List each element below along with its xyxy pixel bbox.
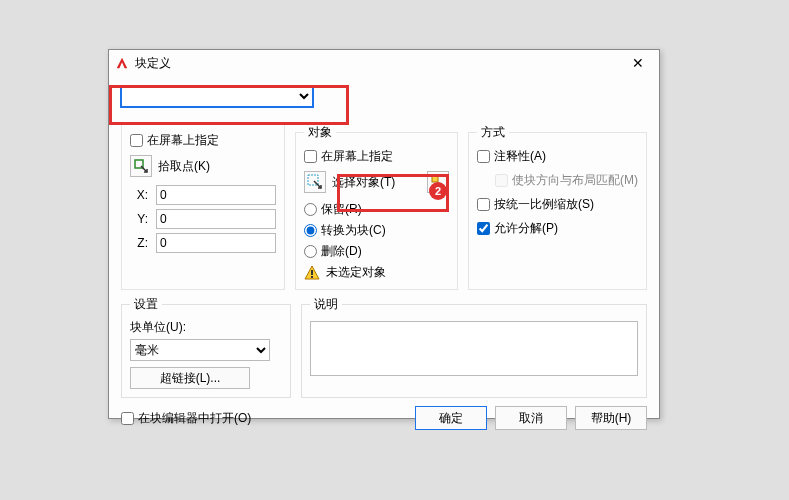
delete-label: 删除(D) (321, 243, 362, 260)
select-objects-icon (307, 174, 323, 190)
pick-point-icon (133, 158, 149, 174)
objects-group: 对象 在屏幕上指定 选择对象(T) 保留(R (295, 124, 458, 290)
scale-uniform-checkbox[interactable] (477, 198, 490, 211)
y-label: Y: (130, 212, 148, 226)
annotation-badge-2: 2 (429, 182, 447, 200)
x-label: X: (130, 188, 148, 202)
delete-radio[interactable] (304, 245, 317, 258)
pick-point-button[interactable] (130, 155, 152, 177)
allow-explode-label: 允许分解(P) (494, 220, 558, 237)
open-in-editor-label: 在块编辑器中打开(O) (138, 410, 251, 427)
basepoint-onscreen-checkbox[interactable] (130, 134, 143, 147)
objects-onscreen-checkbox[interactable] (304, 150, 317, 163)
objects-onscreen-label: 在屏幕上指定 (321, 148, 393, 165)
block-definition-dialog: 2 块定义 ✕ 在屏幕上指定 拾取点(K) (108, 49, 660, 419)
close-button[interactable]: ✕ (623, 52, 653, 74)
convert-radio[interactable] (304, 224, 317, 237)
pick-point-label: 拾取点(K) (158, 158, 210, 175)
scale-uniform-label: 按统一比例缩放(S) (494, 196, 594, 213)
cancel-button[interactable]: 取消 (495, 406, 567, 430)
none-selected-label: 未选定对象 (326, 264, 386, 281)
allow-explode-checkbox[interactable] (477, 222, 490, 235)
description-group: 说明 (301, 296, 647, 398)
dialog-title: 块定义 (135, 55, 623, 72)
description-textarea[interactable] (310, 321, 638, 376)
z-input[interactable] (156, 233, 276, 253)
block-name-combo[interactable] (121, 86, 313, 107)
retain-radio[interactable] (304, 203, 317, 216)
match-orientation-checkbox (495, 174, 508, 187)
settings-group: 设置 块单位(U): 毫米 超链接(L)... (121, 296, 291, 398)
basepoint-group: 在屏幕上指定 拾取点(K) X: Y: Z: (121, 124, 285, 290)
svg-rect-4 (311, 276, 313, 278)
settings-legend: 设置 (130, 296, 162, 313)
title-bar: 块定义 ✕ (109, 50, 659, 76)
warning-icon (304, 265, 320, 281)
description-legend: 说明 (310, 296, 342, 313)
retain-label: 保留(R) (321, 201, 362, 218)
objects-legend: 对象 (304, 124, 336, 141)
help-button[interactable]: 帮助(H) (575, 406, 647, 430)
hyperlink-button[interactable]: 超链接(L)... (130, 367, 250, 389)
ok-button[interactable]: 确定 (415, 406, 487, 430)
svg-rect-3 (311, 270, 313, 275)
convert-label: 转换为块(C) (321, 222, 386, 239)
block-unit-select[interactable]: 毫米 (130, 339, 270, 361)
match-orientation-label: 使块方向与布局匹配(M) (512, 172, 638, 189)
block-unit-label: 块单位(U): (130, 319, 282, 336)
y-input[interactable] (156, 209, 276, 229)
app-logo-icon (115, 56, 129, 70)
z-label: Z: (130, 236, 148, 250)
annotative-label: 注释性(A) (494, 148, 546, 165)
basepoint-onscreen-label: 在屏幕上指定 (147, 132, 219, 149)
select-objects-button[interactable] (304, 171, 326, 193)
annotative-checkbox[interactable] (477, 150, 490, 163)
open-in-editor-checkbox[interactable] (121, 412, 134, 425)
behavior-group: 方式 注释性(A) 使块方向与布局匹配(M) 按统一比例缩放(S) 允许分解(P… (468, 124, 647, 290)
x-input[interactable] (156, 185, 276, 205)
behavior-legend: 方式 (477, 124, 509, 141)
select-objects-label: 选择对象(T) (332, 174, 395, 191)
